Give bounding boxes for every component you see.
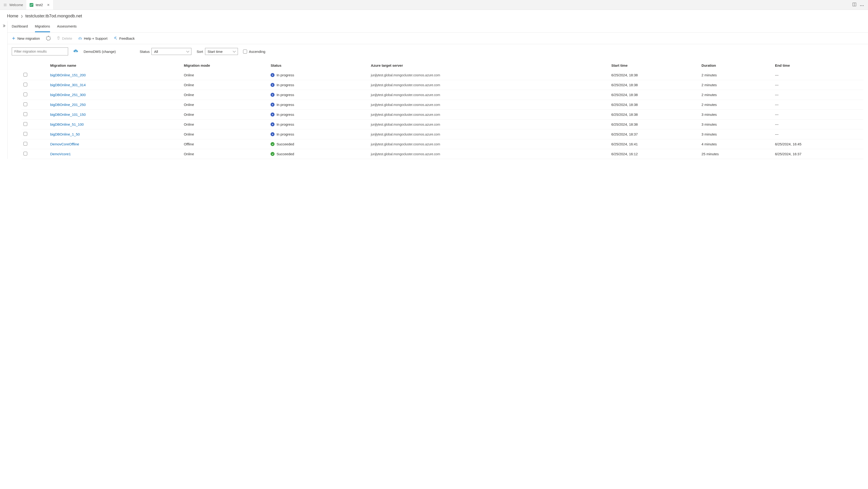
start-time: 6/25/2024, 18:38 [610, 70, 700, 80]
dms-selector[interactable]: DemoDMS (change) [84, 50, 116, 54]
migrations-table: Migration name Migration mode Status Azu… [22, 61, 863, 159]
in-progress-icon [271, 122, 275, 126]
migration-name-link[interactable]: bigDBOnline_251_300 [50, 93, 86, 97]
col-header-name[interactable]: Migration name [49, 61, 182, 70]
end-time: --- [773, 110, 863, 120]
tab-migrations[interactable]: Migrations [35, 21, 50, 32]
close-icon[interactable]: ✕ [47, 3, 50, 7]
tab-dashboard[interactable]: Dashboard [12, 21, 28, 32]
more-icon[interactable] [860, 3, 864, 7]
new-migration-button[interactable]: New migration [12, 36, 40, 40]
status-text: In progress [276, 113, 294, 117]
col-header-duration[interactable]: Duration [700, 61, 773, 70]
target-server: junjlytest.global.mongocluster.cosmos.az… [369, 70, 610, 80]
page-tabs: Dashboard Migrations Assessments [7, 21, 868, 33]
status-cell: In progress [271, 122, 367, 126]
row-checkbox[interactable] [24, 122, 27, 126]
svg-point-4 [862, 5, 862, 6]
status-cell: In progress [271, 103, 367, 106]
tab-label: Welcome [9, 3, 23, 7]
end-time: --- [773, 80, 863, 90]
plus-icon [12, 36, 16, 40]
status-text: In progress [276, 122, 294, 126]
delete-label: Delete [62, 36, 72, 40]
table-row: bigDBOnline_201_250OnlineIn progressjunj… [22, 100, 863, 110]
row-checkbox[interactable] [24, 142, 27, 146]
row-checkbox[interactable] [24, 93, 27, 96]
status-text: Succeeded [276, 152, 294, 156]
migration-mode: Online [182, 129, 269, 139]
filter-input[interactable] [12, 48, 68, 55]
duration: 2 minutes [700, 90, 773, 100]
split-editor-icon[interactable] [852, 3, 856, 7]
migration-name-link[interactable]: bigDBOnline_1_50 [50, 132, 80, 136]
editor-tab-bar: Welcome test2 ✕ [0, 0, 868, 10]
end-time: --- [773, 70, 863, 80]
breadcrumb: Home ❯ testcluster.tb7od.mongodb.net [0, 10, 868, 21]
status-cell: Succeeded [271, 152, 367, 156]
svg-point-6 [114, 37, 116, 38]
expand-sidebar-button[interactable] [0, 21, 7, 159]
end-time: --- [773, 100, 863, 110]
row-checkbox[interactable] [24, 83, 27, 86]
breadcrumb-home[interactable]: Home [7, 13, 18, 19]
migration-name-link[interactable]: DemovCoreOffline [50, 142, 79, 146]
migration-name-link[interactable]: bigDBOnline_101_150 [50, 113, 86, 117]
col-header-end[interactable]: End time [773, 61, 863, 70]
start-time: 6/25/2024, 16:41 [610, 139, 700, 149]
chevron-right-icon: ❯ [21, 14, 23, 18]
row-checkbox[interactable] [24, 102, 27, 106]
row-checkbox[interactable] [24, 152, 27, 155]
table-row: DemoVcore1OnlineSucceededjunjlytest.glob… [22, 149, 863, 159]
end-time: --- [773, 90, 863, 100]
headset-icon [78, 36, 82, 40]
row-checkbox[interactable] [24, 132, 27, 136]
new-migration-label: New migration [18, 36, 40, 40]
table-row: bigDBOnline_101_150OnlineIn progressjunj… [22, 110, 863, 120]
migration-mode: Online [182, 80, 269, 90]
duration: 3 minutes [700, 129, 773, 139]
in-progress-icon [271, 132, 275, 136]
succeeded-icon [271, 142, 275, 146]
cloud-upload-icon[interactable] [73, 49, 79, 54]
row-checkbox[interactable] [24, 73, 27, 77]
sort-select[interactable]: Start time [205, 48, 238, 55]
succeeded-icon [271, 152, 275, 156]
help-button[interactable]: Help + Support [78, 36, 107, 40]
migration-name-link[interactable]: DemoVcore1 [50, 152, 71, 156]
status-text: Succeeded [276, 142, 294, 146]
migration-mode: Offline [182, 139, 269, 149]
target-server: junjlytest.global.mongocluster.cosmos.az… [369, 139, 610, 149]
tab-label: test2 [36, 3, 43, 7]
status-cell: In progress [271, 113, 367, 117]
feedback-button[interactable]: Feedback [114, 36, 135, 40]
in-progress-icon [271, 113, 275, 117]
migration-name-link[interactable]: bigDBOnline_51_100 [50, 122, 84, 126]
col-header-status[interactable]: Status [269, 61, 369, 70]
breadcrumb-current: testcluster.tb7od.mongodb.net [25, 13, 82, 19]
status-select[interactable]: All [152, 48, 191, 55]
tab-welcome[interactable]: Welcome [0, 0, 26, 10]
end-time: 6/25/2024, 16:45 [773, 139, 863, 149]
target-server: junjlytest.global.mongocluster.cosmos.az… [369, 120, 610, 129]
in-progress-icon [271, 73, 275, 77]
col-header-target[interactable]: Azure target server [369, 61, 610, 70]
sort-select-value: Start time [208, 50, 223, 54]
in-progress-icon [271, 83, 275, 87]
status-select-value: All [154, 50, 158, 54]
tab-assessments[interactable]: Assessments [57, 21, 76, 32]
status-text: In progress [276, 73, 294, 77]
start-time: 6/25/2024, 18:38 [610, 100, 700, 110]
migration-name-link[interactable]: bigDBOnline_301_314 [50, 83, 86, 87]
migration-name-link[interactable]: bigDBOnline_151_200 [50, 73, 86, 77]
table-row: DemovCoreOfflineOfflineSucceededjunjlyte… [22, 139, 863, 149]
migration-name-link[interactable]: bigDBOnline_201_250 [50, 103, 86, 106]
delete-button: Delete [57, 36, 72, 40]
row-checkbox[interactable] [24, 112, 27, 116]
start-time: 6/25/2024, 18:38 [610, 90, 700, 100]
col-header-start[interactable]: Start time [610, 61, 700, 70]
table-row: bigDBOnline_1_50OnlineIn progressjunjlyt… [22, 129, 863, 139]
tab-test2[interactable]: test2 ✕ [26, 0, 53, 10]
ascending-checkbox[interactable]: Ascending [243, 50, 266, 54]
col-header-mode[interactable]: Migration mode [182, 61, 269, 70]
